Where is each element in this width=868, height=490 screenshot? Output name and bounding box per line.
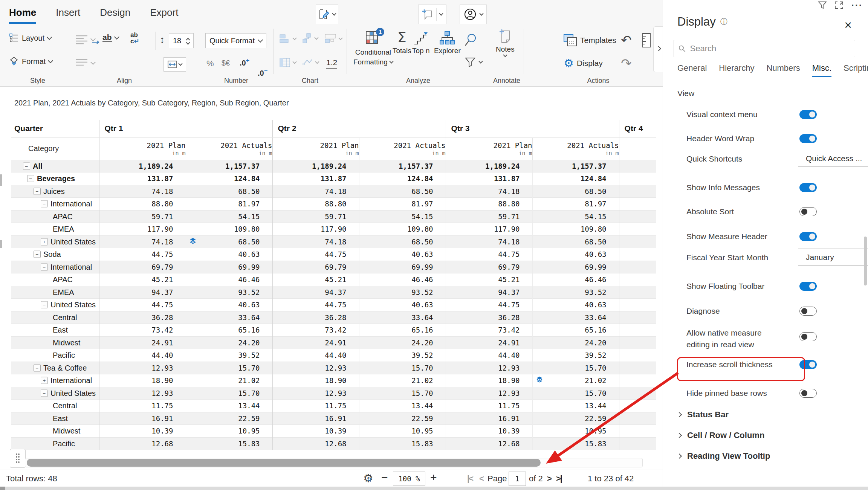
row-header-east[interactable]: East (11, 324, 99, 337)
ruler-button[interactable] (642, 33, 652, 47)
cell-actuals-qtr3[interactable]: 39.52 (532, 349, 619, 362)
panel-search-box[interactable] (674, 40, 855, 57)
horizontal-scrollbar-thumb[interactable] (27, 459, 541, 467)
cell-plan-qtr1[interactable]: 131.87 (99, 172, 186, 185)
row-header-central[interactable]: Central (11, 400, 99, 412)
cell-plan-qtr2[interactable]: 11.75 (272, 400, 359, 412)
cell-plan-qtr2[interactable]: 45.21 (272, 273, 359, 286)
next-page-button[interactable]: > (547, 474, 551, 484)
currency-format-button[interactable]: $€ (222, 59, 230, 67)
row-header-east[interactable]: East (11, 412, 99, 425)
layers-icon[interactable] (536, 376, 543, 385)
cell-actuals-qtr3[interactable]: 65.16 (532, 324, 619, 337)
panel-group-status-bar[interactable]: Status Bar (677, 410, 729, 420)
cell-actuals-qtr2[interactable]: 40.63 (359, 248, 446, 261)
panel-tab-numbers[interactable]: Numbers (766, 63, 800, 77)
filter-button[interactable] (465, 57, 482, 67)
toggle-switch[interactable] (799, 389, 817, 398)
tab-home[interactable]: Home (9, 7, 36, 24)
collapse-toggle-icon[interactable]: − (41, 263, 48, 270)
cell-actuals-qtr2[interactable]: 10.95 (359, 425, 446, 438)
cell-actuals-qtr3[interactable]: 22.59 (532, 412, 619, 425)
cell-actuals-qtr3[interactable]: 124.84 (532, 172, 619, 185)
cell-actuals-qtr3[interactable]: 13.44 (532, 400, 619, 412)
cell-plan-qtr2[interactable]: 69.79 (272, 261, 359, 273)
cell-plan-qtr4[interactable]: 12.93 (619, 362, 656, 374)
layout-button[interactable]: Layout (9, 33, 51, 43)
cell-plan-qtr2[interactable]: 12.93 (272, 387, 359, 400)
table-chart-button[interactable] (280, 58, 296, 67)
notes-button[interactable]: Notes (496, 29, 515, 56)
cell-plan-qtr2[interactable]: 117.90 (272, 223, 359, 236)
cell-actuals-qtr2[interactable]: 15.70 (359, 362, 446, 374)
edit-mode-button[interactable] (316, 5, 338, 24)
info-icon[interactable]: ⓘ (720, 17, 727, 27)
cell-plan-qtr1[interactable]: 88.80 (99, 198, 186, 211)
row-header-all[interactable]: −All (11, 160, 99, 172)
cell-actuals-qtr2[interactable]: 24.20 (359, 336, 446, 349)
setting-select[interactable]: January (798, 249, 868, 266)
category-header[interactable]: Category (11, 137, 99, 160)
toggle-switch[interactable] (799, 110, 817, 119)
cell-actuals-qtr3[interactable]: 1,157.37 (532, 160, 619, 172)
cell-plan-qtr4[interactable]: 88.80 (619, 198, 656, 211)
cell-plan-qtr2[interactable]: 36.28 (272, 311, 359, 324)
sparkline-button[interactable] (302, 58, 319, 67)
matrix-table[interactable]: QuarterQtr 1Qtr 2Qtr 3Qtr 4Category2021 … (11, 120, 656, 450)
cell-plan-qtr2[interactable]: 131.87 (272, 172, 359, 185)
cell-actuals-qtr3[interactable]: 69.99 (532, 261, 619, 273)
cell-actuals-qtr3[interactable]: 15.83 (532, 437, 619, 450)
row-header-pacific[interactable]: Pacific (11, 349, 99, 362)
cell-actuals-qtr1[interactable]: 13.44 (186, 400, 272, 412)
toggle-switch[interactable] (799, 232, 817, 241)
cell-actuals-qtr2[interactable]: 81.97 (359, 198, 446, 211)
cell-plan-qtr4[interactable]: 73.42 (619, 324, 656, 337)
display-button[interactable]: ⚙ Display (564, 56, 603, 70)
cell-plan-qtr1[interactable]: 44.40 (99, 349, 186, 362)
horizontal-scrollbar[interactable] (25, 458, 643, 467)
cell-actuals-qtr1[interactable]: 46.46 (186, 273, 272, 286)
layout-chart-button[interactable] (325, 34, 342, 44)
cell-actuals-qtr2[interactable]: 124.84 (359, 172, 446, 185)
panel-tab-misc[interactable]: Misc. (812, 63, 831, 77)
cell-plan-qtr4[interactable]: 1,189.24 (619, 160, 656, 172)
quarter-header-3[interactable]: Qtr 3 (446, 120, 619, 137)
cell-actuals-qtr1[interactable]: 40.63 (186, 299, 272, 311)
row-header-apac[interactable]: APAC (11, 210, 99, 223)
collapse-toggle-icon[interactable]: − (41, 389, 48, 397)
cell-plan-qtr3[interactable]: 69.79 (446, 261, 532, 273)
cell-actuals-qtr1[interactable]: 15.70 (186, 387, 272, 400)
toggle-switch[interactable] (799, 282, 817, 291)
collapse-toggle-icon[interactable]: − (34, 188, 41, 195)
cell-plan-qtr3[interactable]: 74.18 (446, 185, 532, 198)
cell-plan-qtr4[interactable]: 74.18 (619, 185, 656, 198)
cell-actuals-qtr2[interactable]: 1,157.37 (359, 160, 446, 172)
cell-actuals-qtr2[interactable]: 39.52 (359, 349, 446, 362)
expand-toggle-icon[interactable]: + (41, 377, 48, 384)
toggle-switch[interactable] (799, 134, 817, 143)
row-header-pacific[interactable]: Pacific (11, 437, 99, 450)
quarter-header-1[interactable]: Qtr 1 (99, 120, 272, 137)
cell-actuals-qtr3[interactable]: 40.63 (532, 248, 619, 261)
cell-plan-qtr2[interactable]: 12.93 (272, 362, 359, 374)
totals-button[interactable]: Σ Totals (393, 29, 411, 55)
cell-plan-qtr4[interactable]: 45.21 (619, 273, 656, 286)
cell-plan-qtr3[interactable]: 24.91 (446, 336, 532, 349)
expand-icon[interactable] (835, 2, 843, 9)
cell-actuals-qtr1[interactable]: 93.52 (186, 286, 272, 299)
cell-plan-qtr2[interactable]: 74.18 (272, 235, 359, 248)
cell-actuals-qtr1[interactable]: 24.20 (186, 336, 272, 349)
templates-button[interactable]: Templates (564, 34, 616, 47)
cell-plan-qtr1[interactable]: 73.42 (99, 324, 186, 337)
stepper-down-icon[interactable] (186, 40, 190, 44)
settings-gear-button[interactable]: ⚙ (363, 472, 373, 485)
cell-plan-qtr4[interactable]: 44.75 (619, 299, 656, 311)
cell-plan-qtr2[interactable]: 12.68 (272, 437, 359, 450)
setting-select[interactable]: Quick Access ... (798, 150, 868, 167)
collapse-toggle-icon[interactable]: − (41, 200, 48, 208)
redo-button[interactable]: ↷ (621, 56, 632, 71)
cell-actuals-qtr3[interactable]: 46.46 (532, 273, 619, 286)
cell-plan-qtr2[interactable]: 24.91 (272, 336, 359, 349)
cell-actuals-qtr3[interactable]: 15.70 (532, 362, 619, 374)
row-header-united-states[interactable]: −United States (11, 387, 99, 400)
